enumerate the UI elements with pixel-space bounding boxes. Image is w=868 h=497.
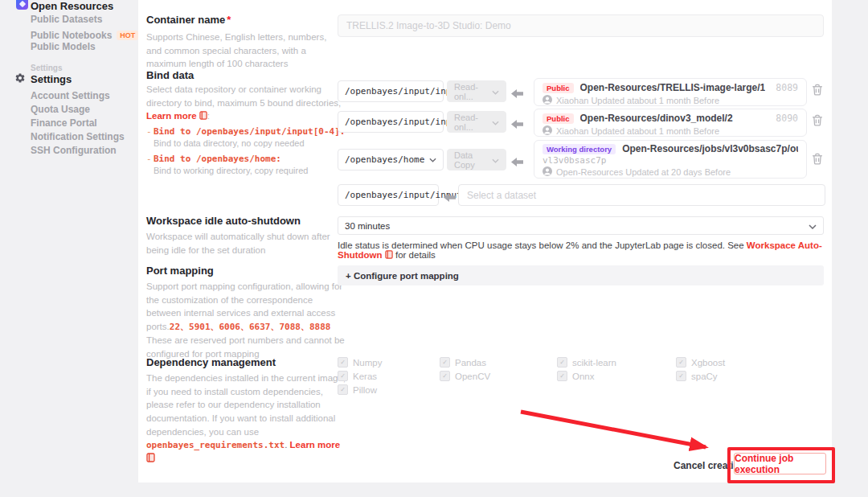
checkbox-checked-icon: ✓ <box>338 357 348 368</box>
bind-mode-select-2: Data Copy <box>447 149 506 170</box>
required-asterisk: * <box>227 14 231 26</box>
chevron-down-icon <box>492 117 499 127</box>
bind-path-select-3[interactable]: /openbayes/input/input2 <box>338 184 439 206</box>
arrow-left-icon <box>511 87 523 101</box>
arrow-left-icon <box>511 117 523 132</box>
arrow-left-icon <box>511 155 523 170</box>
dataset-title: Open-Resources/jobs/vl3v0bsasc7p/output <box>622 143 798 154</box>
sidebar-item-finance-portal[interactable]: Finance Portal <box>31 117 97 129</box>
bound-dataset-card-1: Public Open-Resources/dinov3_model/2 809… <box>534 109 807 137</box>
sidebar-section-settings[interactable]: Settings <box>31 73 72 85</box>
doc-icon <box>199 110 207 124</box>
container-name-input <box>338 14 824 37</box>
hot-badge: HOT <box>117 31 138 40</box>
bound-dataset-card-2: Working directory Open-Resources/jobs/vl… <box>534 140 807 179</box>
open-resources-icon <box>16 0 28 10</box>
package-checkbox-keras: ✓Keras <box>338 371 377 381</box>
package-checkbox-scikit-learn: ✓scikit-learn <box>557 357 616 368</box>
doc-icon <box>385 250 393 261</box>
delete-bind-row-1-button[interactable] <box>812 114 823 129</box>
sidebar-item-ssh-configuration[interactable]: SSH Configuration <box>31 145 117 156</box>
sidebar-item-public-datasets[interactable]: Public Datasets <box>31 14 102 25</box>
auto-shutdown-help: Workspace will automatically shut down a… <box>146 230 344 257</box>
checkbox-checked-icon: ✓ <box>440 357 450 368</box>
bound-dataset-card-0: Public Open-Resources/TRELLIS-image-larg… <box>534 78 807 106</box>
sidebar-item-notification-settings[interactable]: Notification Settings <box>31 131 125 142</box>
gear-icon <box>14 72 26 87</box>
dataset-subtitle: vl3v0bsasc7p <box>542 155 798 166</box>
sidebar-item-public-notebooks[interactable]: Public Notebooks <box>31 30 112 41</box>
dataset-meta: Xiaohan Updated atabout 1 month Before <box>556 126 719 136</box>
checkbox-checked-icon: ✓ <box>557 357 567 368</box>
requirements-file-code: openbayes_requirements.txt <box>146 440 285 450</box>
delete-bind-row-0-button[interactable] <box>812 84 823 99</box>
dataset-number: 8089 <box>776 82 798 93</box>
dependency-learn-more-link[interactable]: Learn more <box>290 440 341 450</box>
dataset-meta: Xiaohan Updated atabout 1 month Before <box>556 96 719 105</box>
package-checkbox-onnx: ✓Onnx <box>557 371 595 381</box>
delete-bind-row-2-button[interactable] <box>812 153 823 168</box>
job-creation-page: { "sidebar": { "section1_header": "Open … <box>0 0 868 497</box>
bind-mode-select-0: Read-onl... <box>447 80 506 102</box>
chevron-down-icon <box>492 87 499 97</box>
sidebar-section-label-settings: Settings <box>31 64 62 72</box>
continue-job-execution-button[interactable]: Continue job execution <box>734 453 826 474</box>
sidebar-section-open-resources[interactable]: Open Resources <box>31 0 113 12</box>
checkbox-checked-icon: ✓ <box>338 384 348 395</box>
sidebar-item-account-settings[interactable]: Account Settings <box>31 90 110 101</box>
bind-data-learn-more-link[interactable]: Learn more <box>146 111 197 121</box>
reserved-ports: 22、5901、6006、6637、7088、8888 <box>170 322 331 332</box>
working-directory-badge: Working directory <box>542 144 616 154</box>
package-checkbox-pillow: ✓Pillow <box>338 384 377 395</box>
bind-data-label: Bind data <box>146 69 194 81</box>
checkbox-checked-icon: ✓ <box>676 357 686 368</box>
arrow-left-icon <box>444 191 456 205</box>
port-mapping-label: Port mapping <box>146 265 214 277</box>
dataset-number: 8090 <box>776 113 798 124</box>
avatar <box>542 95 552 106</box>
dataset-meta: Open-Resources Updated at 20 days Before <box>556 167 731 177</box>
bind-data-bullet-list: - Bind to /openbayes/input/input[0-4]: B… <box>146 125 347 180</box>
auto-shutdown-select[interactable]: 30 minutes <box>338 216 824 235</box>
dependency-label: Dependency management <box>146 356 276 368</box>
auto-shutdown-note: Idle status is determined when CPU usage… <box>338 240 825 261</box>
auto-shutdown-label: Workspace idle auto-shutdown <box>146 215 301 227</box>
package-checkbox-opencv: ✓OpenCV <box>440 371 490 381</box>
package-checkbox-pandas: ✓Pandas <box>440 357 486 368</box>
checkbox-checked-icon: ✓ <box>557 371 567 381</box>
checkbox-checked-icon: ✓ <box>676 371 686 381</box>
dataset-title: Open-Resources/TRELLIS-image-large/1 <box>580 82 766 93</box>
bind-path-select-1[interactable]: /openbayes/input/input1 <box>338 111 444 133</box>
dependency-help: The dependencies installed in the curren… <box>146 372 349 466</box>
bind-bullet-input: - Bind to /openbayes/input/input[0-4]: B… <box>146 125 347 150</box>
configure-port-mapping-button[interactable]: + Configure port mapping <box>338 265 824 285</box>
doc-icon <box>146 453 155 466</box>
checkbox-checked-icon: ✓ <box>338 371 348 381</box>
container-name-label: Container name* <box>146 14 231 26</box>
package-checkbox-spacy: ✓spaCy <box>676 371 718 381</box>
avatar <box>542 125 552 137</box>
avatar <box>542 166 552 178</box>
sidebar-item-quota-usage[interactable]: Quota Usage <box>31 104 90 115</box>
bind-path-select-0[interactable]: /openbayes/input/input0 <box>338 80 444 102</box>
port-mapping-help: Support port mapping configuration, allo… <box>146 280 347 360</box>
sidebar-item-public-models[interactable]: Public Models <box>31 41 96 52</box>
package-checkbox-numpy: ✓Numpy <box>338 357 382 368</box>
public-badge: Public <box>542 113 574 124</box>
chevron-down-icon <box>429 154 436 165</box>
dataset-title: Open-Resources/dinov3_model/2 <box>580 113 733 124</box>
bind-path-select-2[interactable]: /openbayes/home <box>338 149 444 170</box>
bind-bullet-home: - Bind to /openbayes/home: Bind to worki… <box>146 153 347 178</box>
bind-data-help: Select data repository or container work… <box>146 83 342 124</box>
main-form-card: Container name* Supports Chinese, Englis… <box>138 0 832 483</box>
chevron-down-icon <box>809 221 817 231</box>
checkbox-checked-icon: ✓ <box>440 371 450 381</box>
package-checkbox-xgboost: ✓Xgboost <box>676 357 725 368</box>
container-name-help: Supports Chinese, English letters, numbe… <box>146 31 344 71</box>
chevron-down-icon <box>492 155 499 165</box>
select-dataset-input[interactable] <box>458 184 825 206</box>
public-badge: Public <box>542 83 574 93</box>
bind-mode-select-1: Read-onl... <box>447 111 506 133</box>
